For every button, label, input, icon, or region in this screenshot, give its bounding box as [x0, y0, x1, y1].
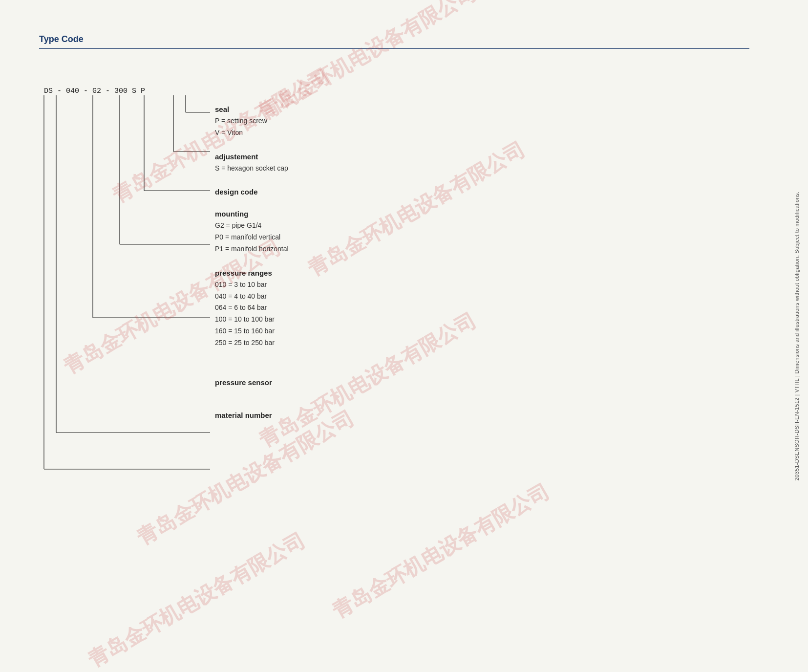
entry-mounting: mounting G2 = pipe G1/4 P0 = manifold ve… [215, 210, 289, 255]
mounting-value-0: G2 = pipe G1/4 [215, 220, 289, 232]
page-title: Type Code [39, 34, 749, 44]
entry-adjustement: adjustement S = hexagon socket cap [215, 152, 289, 174]
pressure-sensor-label: pressure sensor [215, 378, 289, 387]
mounting-values: G2 = pipe G1/4 P0 = manifold vertical P1… [215, 220, 289, 255]
type-code-text: DS - 040 - G2 - 300 S P [44, 87, 145, 95]
mounting-value-2: P1 = manifold horizontal [215, 243, 289, 255]
pressure-value-5: 250 = 25 to 250 bar [215, 337, 289, 349]
entry-design-code: design code [215, 188, 289, 196]
title-section: Type Code [39, 34, 749, 49]
design-code-label: design code [215, 188, 289, 196]
seal-value-1: V = Viton [215, 127, 289, 139]
side-text-container: 20351-DSENSOR-DSH-EN-1512 | VTHL | Dimen… [790, 29, 803, 643]
watermark-7: 青岛金环机电设备有限公司 [327, 478, 554, 625]
entry-pressure-ranges: pressure ranges 010 = 3 to 10 bar 040 = … [215, 269, 289, 349]
entry-seal: seal P = setting screw V = Viton [215, 105, 289, 139]
watermark-8: 青岛金环机电设备有限公司 [83, 527, 310, 672]
adjustement-values: S = hexagon socket cap [215, 163, 289, 174]
entry-pressure-sensor: pressure sensor [215, 378, 289, 387]
pressure-ranges-label: pressure ranges [215, 269, 289, 277]
adjustement-label: adjustement [215, 152, 289, 161]
pressure-value-0: 010 = 3 to 10 bar [215, 279, 289, 291]
pressure-value-2: 064 = 6 to 64 bar [215, 302, 289, 314]
content-area: seal P = setting screw V = Viton adjuste… [215, 88, 289, 433]
seal-value-0: P = setting screw [215, 115, 289, 127]
entry-material-number: material number [215, 411, 289, 419]
mounting-label: mounting [215, 210, 289, 218]
adjustement-value-0: S = hexagon socket cap [215, 163, 289, 174]
watermark-3: 青岛金环机电设备有限公司 [303, 136, 530, 282]
type-code-diagram: DS - 040 - G2 - 300 S P [29, 68, 234, 508]
title-divider [39, 48, 749, 49]
pressure-value-1: 040 = 4 to 40 bar [215, 291, 289, 303]
seal-values: P = setting screw V = Viton [215, 115, 289, 139]
pressure-value-4: 160 = 15 to 160 bar [215, 325, 289, 337]
side-text: 20351-DSENSOR-DSH-EN-1512 | VTHL | Dimen… [794, 192, 800, 480]
pressure-ranges-values: 010 = 3 to 10 bar 040 = 4 to 40 bar 064 … [215, 279, 289, 349]
pressure-value-3: 100 = 10 to 100 bar [215, 314, 289, 325]
page: Type Code DS - 040 - G2 - 300 S P [0, 0, 808, 672]
seal-label: seal [215, 105, 289, 113]
mounting-value-1: P0 = manifold vertical [215, 232, 289, 243]
material-number-label: material number [215, 411, 289, 419]
